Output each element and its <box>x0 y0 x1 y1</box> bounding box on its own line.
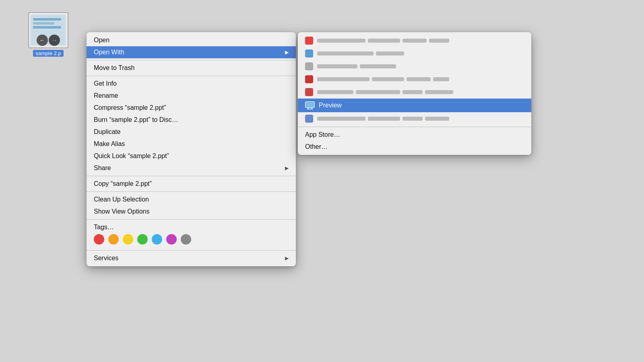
blurred-app-icon-2 <box>305 49 313 58</box>
separator-3 <box>87 176 296 176</box>
tag-dot-gray[interactable] <box>181 234 191 245</box>
separator-4 <box>87 191 296 192</box>
tag-dot-orange[interactable] <box>108 234 119 245</box>
blurred-text-5d <box>425 90 453 94</box>
tags-section: Tags… <box>87 221 296 249</box>
tag-dot-blue[interactable] <box>152 234 162 245</box>
blurred-app-icon-6 <box>305 115 313 123</box>
context-menu: Open Open With ▶ Move to Trash Get Info … <box>87 32 296 266</box>
file-icon[interactable]: ← → sample 2.p <box>28 12 68 57</box>
tag-dot-green[interactable] <box>137 234 148 245</box>
blurred-text-6d <box>425 117 449 121</box>
submenu-item-app-store[interactable]: App Store… <box>298 129 531 141</box>
blurred-text-3a <box>317 64 357 68</box>
file-label: sample 2.p <box>33 50 64 57</box>
tag-dot-purple[interactable] <box>166 234 177 245</box>
separator-1 <box>87 60 296 60</box>
submenu-arrow-icon: ▶ <box>285 49 289 55</box>
blurred-text-1a <box>317 39 365 43</box>
blurred-text-4b <box>372 77 404 81</box>
blurred-text-6a <box>317 117 365 121</box>
file-thumbnail: ← → <box>28 12 68 48</box>
menu-item-burn[interactable]: Burn “sample 2.ppt” to Disc… <box>87 114 296 126</box>
submenu-blurred-item-3 <box>298 60 531 73</box>
tag-dot-red[interactable] <box>94 234 104 245</box>
blurred-text-4a <box>317 77 369 81</box>
menu-item-show-view[interactable]: Show View Options <box>87 206 296 218</box>
blurred-text-1c <box>402 39 427 43</box>
blurred-text-6b <box>368 117 400 121</box>
blurred-text-5b <box>356 90 400 94</box>
blurred-text-2a <box>317 51 374 56</box>
blurred-text-4d <box>433 77 449 81</box>
menu-item-compress[interactable]: Compress “sample 2.ppt” <box>87 102 296 114</box>
submenu-blurred-item-6 <box>298 112 531 125</box>
blurred-text-6c <box>402 117 423 121</box>
separator-5 <box>87 219 296 220</box>
open-with-submenu: Preview App Store… Other… <box>298 32 531 155</box>
svg-rect-1 <box>306 103 314 107</box>
blurred-app-icon-3 <box>305 62 313 70</box>
menu-item-rename[interactable]: Rename <box>87 90 296 102</box>
submenu-blurred-item-2 <box>298 47 531 60</box>
services-arrow-icon: ▶ <box>285 255 289 261</box>
menu-item-duplicate[interactable]: Duplicate <box>87 126 296 138</box>
menu-item-copy[interactable]: Copy “sample 2.ppt” <box>87 178 296 190</box>
separator-6 <box>87 250 296 251</box>
preview-label: Preview <box>319 102 342 109</box>
arrow-right-icon: → <box>49 35 60 46</box>
menu-item-quick-look[interactable]: Quick Look “sample 2.ppt” <box>87 150 296 162</box>
tags-label[interactable]: Tags… <box>94 224 289 231</box>
submenu-item-preview[interactable]: Preview <box>298 99 531 112</box>
menu-item-clean-up[interactable]: Clean Up Selection <box>87 193 296 206</box>
blurred-text-2b <box>376 51 404 56</box>
blurred-text-1d <box>429 39 449 43</box>
tags-dots <box>94 234 289 245</box>
share-arrow-icon: ▶ <box>285 165 289 171</box>
menu-item-services[interactable]: Services ▶ <box>87 252 296 264</box>
menu-item-open-with[interactable]: Open With ▶ <box>87 46 296 58</box>
menu-item-get-info[interactable]: Get Info <box>87 78 296 90</box>
desktop: ← → sample 2.p Open Open With ▶ Move to … <box>0 0 644 362</box>
submenu-item-other[interactable]: Other… <box>298 141 531 153</box>
submenu-separator-1 <box>298 127 531 127</box>
blurred-app-icon-4 <box>305 75 313 83</box>
tag-dot-yellow[interactable] <box>123 234 133 245</box>
blurred-app-icon-5 <box>305 88 313 96</box>
preview-icon <box>305 101 315 109</box>
menu-item-open[interactable]: Open <box>87 34 296 46</box>
blurred-text-4c <box>407 77 431 81</box>
blurred-app-icon-1 <box>305 37 313 45</box>
menu-item-share[interactable]: Share ▶ <box>87 162 296 174</box>
submenu-blurred-item-5 <box>298 86 531 99</box>
blurred-text-1b <box>368 39 400 43</box>
blurred-text-5c <box>402 90 423 94</box>
separator-2 <box>87 76 296 76</box>
blurred-text-5a <box>317 90 353 94</box>
menu-item-move-to-trash[interactable]: Move to Trash <box>87 62 296 74</box>
submenu-blurred-item-1 <box>298 34 531 47</box>
submenu-blurred-item-4 <box>298 73 531 86</box>
arrow-left-icon: ← <box>37 35 48 46</box>
menu-item-make-alias[interactable]: Make Alias <box>87 138 296 150</box>
blurred-text-3b <box>360 64 396 68</box>
